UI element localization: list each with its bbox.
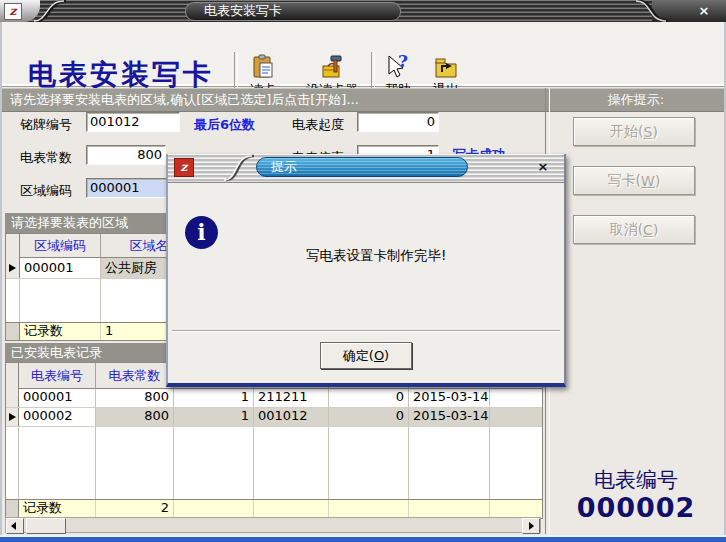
instruction-bar: 请先选择要安装电表的区域,确认[区域已选定]后点击[开始]... [2,88,551,112]
scroll-left-button[interactable] [6,518,24,534]
row-marker-header [6,363,19,389]
start-reading-cell[interactable]: 0 [329,408,409,426]
nameplate-hint: 最后6位数 [194,116,255,134]
start-mnemonic: S [644,124,653,140]
nameplate-cell[interactable]: 001012 [254,408,329,426]
filler-cell[interactable] [490,408,542,426]
meter-table-row[interactable]: 000001 800 1 211211 0 2015-03-14 [6,389,542,408]
empty-cell [254,427,329,499]
nameplate-input[interactable]: 001012 [86,112,180,132]
empty-cell [329,427,409,499]
titlebar-right-cap [652,0,726,22]
start-reading-input[interactable]: 0 [357,112,439,132]
titlebar-left-tab: z [0,0,40,22]
row-marker [6,389,19,407]
exit-folder-icon [433,54,459,80]
toolbar: 电表安装写卡 读卡 设读卡器 [0,22,726,87]
record-count-value: 2 [96,500,174,517]
area-code-cell[interactable]: 000001 [20,258,101,278]
empty-cell [20,279,101,322]
message-dialog: z 提示 × i 写电表设置卡制作完毕! 确定(O) [166,154,566,387]
cancel-button[interactable]: 取消(C) [573,215,695,244]
nameplate-cell[interactable]: 211211 [254,389,329,407]
footer-filler [409,500,490,517]
help-cursor-icon: ? [385,54,411,80]
write-card-label: 写卡( [608,172,641,190]
operation-hint-header: 操作提示: [548,88,724,112]
start-button-label: 开始( [610,123,643,141]
window-title: 电表安装写卡 [185,2,401,21]
record-count-label: 记录数 [20,323,101,340]
window-close-button[interactable]: × [694,2,714,20]
footer-marker [6,500,19,517]
meter-ratio-cell[interactable]: 1 [174,408,254,426]
scrollbar-thumb[interactable] [26,518,66,534]
dialog-message: 写电表设置卡制作完毕! [306,247,446,265]
install-date-cell[interactable]: 2015-03-14 [409,389,490,407]
dialog-title: 提示 [256,157,468,177]
window-bottom-edge [0,535,726,542]
toolbox-icon [319,54,345,80]
meter-number-value: 000002 [548,492,724,523]
meter-constant-cell[interactable]: 800 [96,389,174,407]
start-button-label-end: ) [652,124,657,140]
meter-id-cell[interactable]: 000001 [19,389,96,407]
write-card-mnemonic: W [641,173,655,189]
current-row-marker-icon [6,408,19,426]
area-code-label: 区域编码 [20,182,72,200]
window-left-edge [0,22,2,542]
dialog-titlebar-curve-decoration [224,154,256,182]
marker-column [6,279,20,322]
ok-button-label-end: ) [384,348,389,363]
nameplate-label: 铭牌编号 [20,116,72,134]
meter-table-row[interactable]: 000002 800 1 001012 0 2015-03-14 [6,408,542,427]
cancel-label: 取消( [610,221,643,239]
ok-mnemonic: O [374,348,384,363]
write-card-label-end: ) [655,173,660,189]
meter-constant-cell[interactable]: 800 [96,408,174,426]
dialog-logo-icon: z [174,158,194,177]
footer-filler [174,500,254,517]
cancel-mnemonic: C [643,222,653,238]
meter-ratio-cell[interactable]: 1 [174,389,254,407]
meter-number-label: 电表编号 [548,466,724,494]
dialog-close-button[interactable]: × [534,158,552,176]
meter-constant-label: 电表常数 [20,149,72,167]
start-reading-cell[interactable]: 0 [329,389,409,407]
meter-table-empty-area [6,427,542,499]
start-button[interactable]: 开始(S) [573,117,695,146]
meter-constant-column-header: 电表常数 [96,363,174,389]
ok-button-label: 确定( [343,347,374,365]
footer-filler [490,500,542,517]
empty-cell [19,427,96,499]
filler-cell[interactable] [490,389,542,407]
info-icon: i [185,216,218,249]
empty-cell [96,427,174,499]
empty-cell [174,427,254,499]
install-date-cell[interactable]: 2015-03-14 [409,408,490,426]
marker-column [6,427,19,499]
record-count-label: 记录数 [19,500,96,517]
scroll-right-button[interactable] [522,518,540,534]
window-titlebar: z 电表安装写卡 × [0,0,726,22]
current-row-marker-icon [6,258,20,278]
empty-cell [409,427,490,499]
question-glyph: ? [398,51,408,71]
app-logo-icon: z [4,3,22,20]
cancel-label-end: ) [653,222,658,238]
write-card-button[interactable]: 写卡(W) [573,166,695,195]
meter-id-cell[interactable]: 000002 [19,408,96,426]
meter-constant-input[interactable]: 800 [86,145,166,165]
area-code-column-header: 区域编码 [20,234,101,258]
clipboard-icon [250,54,276,80]
meter-install-window: z 电表安装写卡 × 电表安装写卡 读卡 [0,0,726,542]
ok-button[interactable]: 确定(O) [320,342,412,369]
meter-id-column-header: 电表编号 [19,363,96,389]
horizontal-scrollbar[interactable] [5,517,541,533]
meter-table-footer: 记录数 2 [6,499,542,517]
empty-cell [490,427,542,499]
start-reading-label: 电表起度 [292,116,344,134]
dialog-titlebar: z 提示 × [168,154,564,183]
row-marker-header [6,234,20,258]
footer-filler [329,500,409,517]
